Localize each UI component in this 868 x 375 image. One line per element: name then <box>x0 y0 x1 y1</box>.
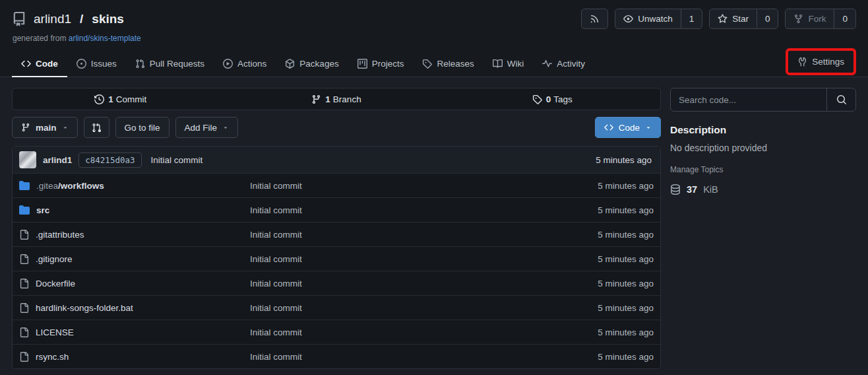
tags-count: 0 <box>546 94 551 104</box>
table-row: .gitattributes Initial commit 5 minutes … <box>13 222 660 246</box>
commits-stat[interactable]: 1 Commit <box>13 88 228 110</box>
repo-owner-link[interactable]: arlind1 <box>34 12 71 26</box>
repo-title: arlind1/skins <box>12 12 124 26</box>
tab-projects[interactable]: Projects <box>348 51 414 77</box>
file-name-link[interactable]: Dockerfile <box>19 279 250 289</box>
chevron-down-icon <box>645 124 652 131</box>
tab-wiki[interactable]: Wiki <box>483 51 534 77</box>
add-file-button[interactable]: Add File <box>175 117 239 138</box>
file-commit-message[interactable]: Initial commit <box>250 352 555 362</box>
branch-icon <box>311 94 323 104</box>
fork-button-group: Fork 0 <box>785 9 856 29</box>
file-name-link[interactable]: rsync.sh <box>19 352 250 362</box>
branches-label: Branch <box>333 94 361 104</box>
unwatch-button[interactable]: Unwatch <box>615 9 681 28</box>
fork-icon <box>793 14 803 24</box>
repo-name-link[interactable]: skins <box>92 12 124 26</box>
table-row: hardlink-songs-folder.bat Initial commit… <box>13 295 660 320</box>
code-icon <box>604 123 613 132</box>
template-repo-link[interactable]: arlind/skins-template <box>69 34 141 43</box>
stars-count[interactable]: 0 <box>757 9 778 28</box>
code-button-label: Code <box>619 123 640 133</box>
tab-code[interactable]: Code <box>12 51 67 77</box>
tab-activity[interactable]: Activity <box>533 51 594 77</box>
tag-icon <box>422 59 432 69</box>
commit-message-link[interactable]: Initial commit <box>151 155 203 165</box>
tab-issues[interactable]: Issues <box>67 51 126 77</box>
folder-icon <box>19 205 30 215</box>
tab-wiki-label: Wiki <box>507 59 524 69</box>
table-row: .gitea/workflows Initial commit 5 minute… <box>13 173 660 197</box>
tags-stat[interactable]: 0 Tags <box>445 88 660 110</box>
file-commit-message[interactable]: Initial commit <box>250 327 555 337</box>
file-commit-message[interactable]: Initial commit <box>250 303 555 313</box>
file-name: hardlink-songs-folder.bat <box>36 303 133 313</box>
file-icon <box>19 303 29 313</box>
file-name-link[interactable]: .gitattributes <box>19 230 250 240</box>
watchers-count[interactable]: 1 <box>681 9 702 28</box>
file-name: .gitea/workflows <box>36 181 104 191</box>
compare-button[interactable] <box>84 117 109 138</box>
file-icon <box>19 279 29 289</box>
file-icon <box>19 254 29 264</box>
tab-pull-requests[interactable]: Pull Requests <box>126 51 214 77</box>
avatar[interactable] <box>19 151 36 168</box>
code-icon <box>21 59 31 69</box>
rss-icon <box>582 9 607 28</box>
fork-button[interactable]: Fork <box>786 9 834 28</box>
search-button[interactable] <box>826 88 855 111</box>
file-name-link[interactable]: src <box>19 205 250 215</box>
commit-author-link[interactable]: arlind1 <box>43 155 72 165</box>
file-name-link[interactable]: .gitignore <box>19 254 250 264</box>
table-row: Dockerfile Initial commit 5 minutes ago <box>13 271 660 295</box>
forks-count[interactable]: 0 <box>834 9 855 28</box>
star-button[interactable]: Star <box>710 9 757 28</box>
file-commit-message[interactable]: Initial commit <box>250 279 555 289</box>
file-commit-message[interactable]: Initial commit <box>250 205 555 215</box>
file-commit-message[interactable]: Initial commit <box>250 254 555 264</box>
compare-icon <box>92 123 102 133</box>
file-name: .gitattributes <box>36 230 84 240</box>
chevron-down-icon <box>62 124 69 131</box>
go-to-file-button[interactable]: Go to file <box>115 117 170 138</box>
commits-label: Commit <box>116 94 147 104</box>
star-label: Star <box>732 14 749 24</box>
file-commit-message[interactable]: Initial commit <box>250 181 555 191</box>
file-name-link[interactable]: hardlink-songs-folder.bat <box>19 303 250 313</box>
file-commit-time: 5 minutes ago <box>555 303 654 313</box>
package-icon <box>285 59 295 69</box>
repo-title-separator: / <box>78 12 84 26</box>
main-area: 1 Commit 1 Branch 0 Tags main <box>0 77 868 369</box>
settings-icon <box>797 57 807 67</box>
branch-selector[interactable]: main <box>12 117 78 138</box>
file-commit-time: 5 minutes ago <box>555 205 654 215</box>
file-commit-time: 5 minutes ago <box>555 327 654 337</box>
code-download-button[interactable]: Code <box>595 117 661 138</box>
fork-label: Fork <box>808 14 826 24</box>
manage-topics-link[interactable]: Manage Topics <box>670 165 724 174</box>
search-input[interactable] <box>671 88 826 111</box>
table-row: LICENSE Initial commit 5 minutes ago <box>13 320 660 344</box>
tab-packages[interactable]: Packages <box>276 51 348 77</box>
file-name-link[interactable]: LICENSE <box>19 327 250 337</box>
rss-button[interactable] <box>581 9 608 29</box>
commit-hash-link[interactable]: c84215d0a3 <box>78 153 141 168</box>
watch-button-group: Unwatch 1 <box>615 9 702 29</box>
book-icon <box>493 59 503 69</box>
tab-actions[interactable]: Actions <box>214 51 276 77</box>
settings-highlight-box: Settings <box>786 48 856 75</box>
file-name: src <box>36 205 49 215</box>
file-commit-time: 5 minutes ago <box>555 279 654 289</box>
go-to-file-label: Go to file <box>125 123 160 133</box>
tab-settings-label: Settings <box>812 57 844 67</box>
tab-settings[interactable]: Settings <box>788 51 853 73</box>
branches-stat[interactable]: 1 Branch <box>228 88 444 110</box>
tab-releases[interactable]: Releases <box>413 51 483 77</box>
tab-projects-label: Projects <box>372 59 404 69</box>
file-name: LICENSE <box>36 327 74 337</box>
description-heading: Description <box>670 124 856 136</box>
file-commit-message[interactable]: Initial commit <box>250 230 555 240</box>
latest-commit-row: arlind1 c84215d0a3 Initial commit 5 minu… <box>13 147 660 173</box>
file-name-link[interactable]: .gitea/workflows <box>19 180 250 191</box>
file-commit-time: 5 minutes ago <box>555 230 654 240</box>
